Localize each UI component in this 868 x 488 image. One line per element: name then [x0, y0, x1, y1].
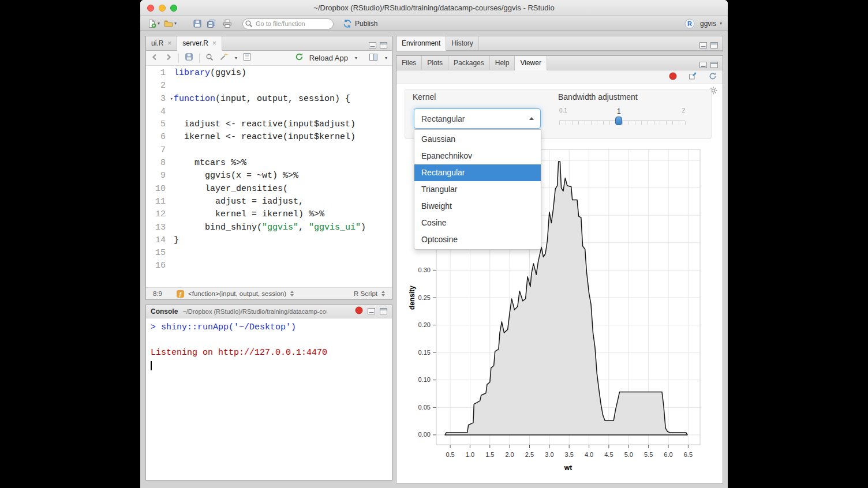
project-chooser[interactable]: R ggvis ▾: [684, 18, 722, 29]
tab-files[interactable]: Files: [396, 56, 422, 70]
tab-label: Viewer: [520, 59, 541, 67]
tab-help[interactable]: Help: [490, 56, 515, 70]
kernel-option-optcosine[interactable]: Optcosine: [414, 231, 541, 248]
save-icon[interactable]: [193, 19, 202, 28]
slider-min-label: 0.1: [559, 107, 567, 114]
kernel-option-cosine[interactable]: Cosine: [414, 215, 541, 231]
open-recent-caret-icon[interactable]: ▾: [174, 21, 177, 26]
slider-tick: [666, 121, 667, 125]
line-number: 11: [146, 196, 174, 208]
save-all-icon[interactable]: [207, 19, 216, 28]
save-icon[interactable]: [185, 52, 193, 63]
code-line: kernel = ikernel) %>%: [174, 208, 392, 221]
reload-app-caret-icon[interactable]: ▾: [355, 56, 357, 61]
kernel-option-gaussian[interactable]: Gaussian: [414, 131, 541, 148]
editor-toolbar: ▾ Reload App ▾ ▾: [146, 51, 392, 66]
environment-tabbar: Environment History: [396, 36, 723, 51]
kernel-select[interactable]: Rectangular: [414, 108, 541, 129]
minimize-pane-icon[interactable]: [369, 40, 376, 51]
code-line: function(input, output, session) {: [174, 93, 392, 106]
publish-button[interactable]: Publish: [355, 20, 377, 28]
minimize-pane-icon[interactable]: [699, 60, 707, 70]
tab-ui-r[interactable]: ui.R ×: [146, 36, 177, 50]
maximize-pane-icon[interactable]: [380, 306, 387, 317]
tab-viewer[interactable]: Viewer: [515, 56, 547, 70]
close-button[interactable]: [147, 5, 154, 12]
bandwidth-slider[interactable]: 0.1 1 2: [559, 107, 685, 128]
project-name: ggvis: [700, 20, 716, 28]
stop-icon[interactable]: [355, 306, 363, 317]
kernel-option-rectangular[interactable]: Rectangular: [414, 164, 541, 181]
preview-pane-caret-icon[interactable]: ▾: [385, 56, 387, 61]
find-replace-icon[interactable]: [205, 53, 214, 63]
tab-history[interactable]: History: [446, 36, 478, 50]
files-pane-buttons: [699, 60, 718, 70]
slider-tick: [685, 121, 686, 125]
tab-plots[interactable]: Plots: [422, 56, 448, 70]
console-line: > shiny::runApp('~/Desktop'): [151, 321, 387, 334]
source-pane-buttons: [369, 40, 387, 51]
tab-server-r[interactable]: server.R ×: [177, 36, 222, 51]
minimize-button[interactable]: [159, 5, 166, 12]
code-editor[interactable]: 123▾45678910111213141516 library(ggvis) …: [146, 66, 392, 287]
close-tab-icon[interactable]: ×: [212, 39, 216, 47]
line-number: 15: [146, 247, 174, 260]
slider-tick: [672, 121, 673, 125]
back-icon[interactable]: [151, 53, 159, 63]
open-in-browser-icon[interactable]: [689, 72, 697, 82]
publish-icon[interactable]: [343, 19, 352, 28]
tab-packages[interactable]: Packages: [448, 56, 490, 70]
new-file-caret-icon[interactable]: ▾: [158, 21, 160, 26]
reload-app-icon[interactable]: [295, 52, 304, 63]
preview-pane-icon[interactable]: [369, 53, 378, 63]
code-tools-caret-icon[interactable]: ▾: [235, 56, 237, 61]
minimize-pane-icon[interactable]: [699, 40, 707, 51]
window-controls: [147, 5, 177, 12]
minimize-pane-icon[interactable]: [368, 306, 375, 317]
console-caret[interactable]: [151, 361, 152, 370]
maximize-pane-icon[interactable]: [710, 60, 718, 70]
slider-handle[interactable]: [615, 117, 622, 125]
svg-text:3.0: 3.0: [545, 451, 553, 458]
open-file-icon[interactable]: [164, 19, 173, 28]
maximize-pane-icon[interactable]: [710, 40, 718, 51]
kernel-option-epanechnikov[interactable]: Epanechnikov: [414, 148, 541, 164]
svg-text:0.15: 0.15: [418, 349, 431, 356]
kernel-option-triangular[interactable]: Triangular: [414, 181, 541, 198]
reload-app-button[interactable]: Reload App: [309, 54, 348, 62]
svg-text:3.5: 3.5: [565, 451, 574, 458]
tab-environment[interactable]: Environment: [396, 36, 446, 51]
slider-tick: [679, 121, 679, 125]
file-type-selector[interactable]: R Script: [354, 290, 377, 297]
svg-text:1.0: 1.0: [466, 451, 474, 458]
files-tabbar: Files Plots Packages Help Viewer: [396, 56, 723, 70]
console-tab-label[interactable]: Console: [151, 307, 178, 316]
forward-icon[interactable]: [164, 53, 173, 63]
stop-app-button[interactable]: [669, 72, 677, 82]
refresh-icon[interactable]: [709, 72, 717, 82]
code-line: ikernel <- reactive(input$kernel): [174, 131, 392, 144]
code-line: library(ggvis): [174, 67, 392, 80]
slider-tick: [654, 121, 654, 125]
toolbar-separator: [199, 54, 200, 63]
new-file-icon[interactable]: [147, 19, 156, 28]
function-context-selector[interactable]: <function>(input, output, session): [188, 290, 286, 297]
print-icon[interactable]: [223, 19, 232, 28]
maximize-pane-icon[interactable]: [380, 40, 387, 51]
tab-label: Environment: [402, 39, 440, 47]
console-body[interactable]: > shiny::runApp('~/Desktop') Listening o…: [146, 318, 392, 373]
fold-arrow-icon[interactable]: ▾: [170, 93, 173, 106]
kernel-option-biweight[interactable]: Biweight: [414, 198, 541, 215]
slider-tick: [578, 121, 579, 125]
zoom-button[interactable]: [170, 5, 177, 12]
code-tools-wand-icon[interactable]: [219, 52, 228, 63]
line-number: 7: [146, 144, 174, 157]
close-tab-icon[interactable]: ×: [167, 39, 171, 47]
slider-tick: [585, 121, 585, 125]
svg-text:6.5: 6.5: [684, 451, 693, 458]
compile-report-icon[interactable]: [243, 52, 251, 63]
goto-file-input[interactable]: [242, 18, 334, 29]
line-number: 6: [146, 131, 174, 144]
line-number: 1: [146, 67, 174, 80]
svg-text:5.5: 5.5: [644, 451, 653, 458]
